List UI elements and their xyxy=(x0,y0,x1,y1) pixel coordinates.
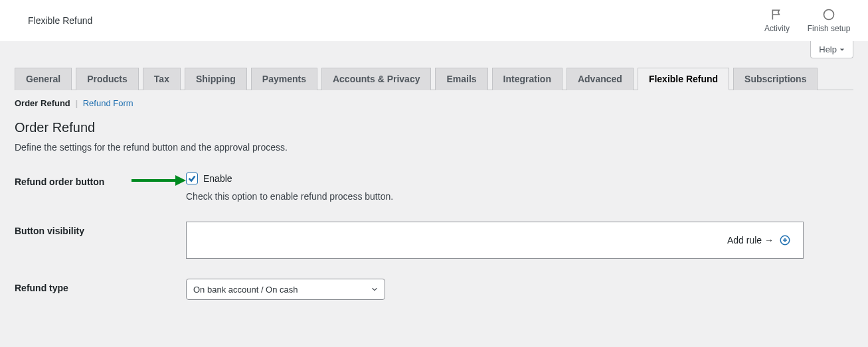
tab-products[interactable]: Products xyxy=(76,68,139,90)
tab-general[interactable]: General xyxy=(15,68,72,90)
finish-setup-button[interactable]: Finish setup xyxy=(803,0,855,41)
top-header: Flexible Refund Activity Finish setup xyxy=(0,0,868,41)
tab-shipping[interactable]: Shipping xyxy=(185,68,247,90)
help-tab[interactable]: Help xyxy=(810,41,853,58)
add-rule-label: Add rule → xyxy=(727,235,774,245)
visibility-rule-box: Add rule → xyxy=(186,222,804,259)
label-text-button-visibility: Button visibility xyxy=(15,226,84,236)
activity-label: Activity xyxy=(764,24,790,33)
chevron-down-icon xyxy=(839,47,845,52)
sub-nav-separator: | xyxy=(75,98,78,108)
settings-tabs: GeneralProductsTaxShippingPaymentsAccoun… xyxy=(15,68,853,90)
finish-setup-label: Finish setup xyxy=(808,24,851,33)
help-tab-label: Help xyxy=(819,44,837,54)
label-text-refund-type: Refund type xyxy=(15,283,68,293)
check-icon xyxy=(187,174,197,183)
label-refund-order-button: Refund order button xyxy=(15,173,186,187)
page-title: Flexible Refund xyxy=(28,0,751,41)
add-rule-button[interactable]: Add rule → xyxy=(727,234,791,246)
chevron-down-icon xyxy=(370,285,379,294)
plus-circle-icon xyxy=(779,234,791,246)
header-actions: Activity Finish setup xyxy=(751,0,868,41)
section-title: Order Refund xyxy=(15,120,853,135)
tab-accounts-privacy[interactable]: Accounts & Privacy xyxy=(321,68,432,90)
enable-checkbox-label: Enable xyxy=(203,173,232,184)
svg-point-0 xyxy=(824,10,834,20)
label-button-visibility: Button visibility xyxy=(15,222,186,236)
label-refund-type: Refund type xyxy=(15,279,186,293)
refund-type-select[interactable]: On bank account / On cash xyxy=(186,279,385,300)
tab-emails[interactable]: Emails xyxy=(435,68,487,90)
svg-marker-2 xyxy=(175,175,186,186)
tab-integration[interactable]: Integration xyxy=(492,68,563,90)
sub-nav: Order Refund | Refund Form xyxy=(15,98,853,108)
sub-nav-current: Order Refund xyxy=(15,98,70,108)
label-text-refund-order-button: Refund order button xyxy=(15,176,104,187)
flag-icon xyxy=(770,8,784,21)
tab-tax[interactable]: Tax xyxy=(143,68,181,90)
row-refund-order-button: Refund order button Enable Check this op… xyxy=(15,173,853,202)
arrow-icon xyxy=(131,174,186,187)
enable-checkbox[interactable] xyxy=(186,173,198,184)
row-refund-type: Refund type On bank account / On cash xyxy=(15,279,853,300)
tab-subscriptions[interactable]: Subscriptions xyxy=(733,68,818,90)
enable-desc: Check this option to enable refund proce… xyxy=(186,191,804,202)
row-button-visibility: Button visibility Add rule → xyxy=(15,222,853,259)
tab-flexible-refund[interactable]: Flexible Refund xyxy=(638,68,729,90)
tab-payments[interactable]: Payments xyxy=(251,68,317,90)
section-desc: Define the settings for the refund butto… xyxy=(15,142,853,153)
refund-type-selected: On bank account / On cash xyxy=(193,285,298,295)
tab-advanced[interactable]: Advanced xyxy=(566,68,634,90)
activity-button[interactable]: Activity xyxy=(751,0,803,41)
circle-icon xyxy=(822,8,835,21)
sub-nav-link-refund-form[interactable]: Refund Form xyxy=(83,98,133,108)
